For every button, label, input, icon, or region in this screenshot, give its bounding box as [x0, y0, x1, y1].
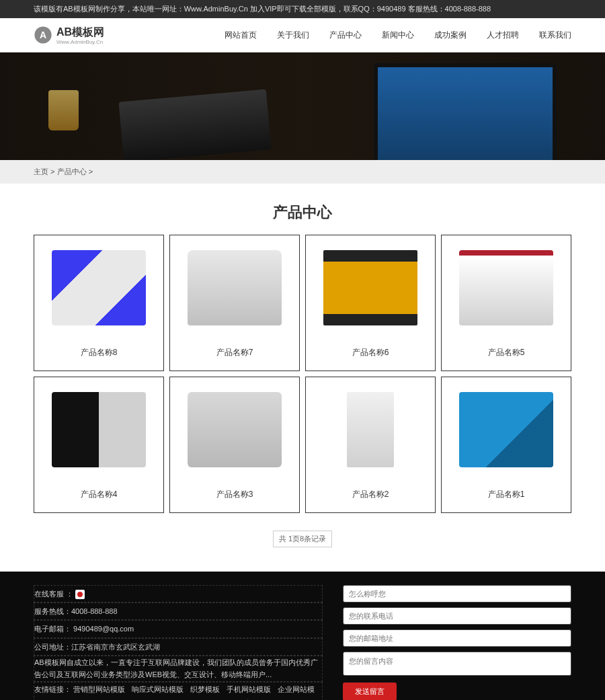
nav-item-news[interactable]: 新闻中心 [382, 30, 414, 41]
product-image [311, 383, 430, 477]
online-service-label: 在线客服 ： [34, 590, 73, 598]
product-card[interactable]: 产品名称2 [305, 377, 436, 513]
form-name-input[interactable] [343, 585, 571, 602]
form-email-input[interactable] [343, 629, 571, 647]
logo-icon: A [34, 26, 52, 44]
hero-banner [0, 52, 605, 160]
product-card[interactable]: 产品名称5 [441, 235, 571, 371]
contact-form: 发送留言 [343, 585, 571, 700]
service-icon[interactable] [75, 590, 85, 599]
breadcrumb: 主页 > 产品中心 > [34, 160, 571, 184]
form-submit-button[interactable]: 发送留言 [343, 683, 397, 700]
footer-address: 公司地址：江苏省南京市玄武区玄武湖 [34, 638, 323, 656]
top-announcement-bar: 该模版有AB模板网制作分享，本站唯一网址：Www.AdminBuy.Cn 加入V… [0, 0, 605, 18]
friend-link[interactable]: 织梦模板 [190, 685, 220, 693]
product-card[interactable]: 产品名称4 [34, 377, 164, 513]
product-image [40, 383, 158, 477]
main-nav: 网站首页 关于我们 产品中心 新闻中心 成功案例 人才招聘 联系我们 [225, 30, 571, 41]
breadcrumb-bar: 主页 > 产品中心 > [0, 160, 605, 184]
product-card[interactable]: 产品名称1 [441, 377, 571, 513]
svg-text:A: A [40, 30, 46, 40]
nav-item-home[interactable]: 网站首页 [225, 30, 257, 41]
site-logo[interactable]: A AB模板网 Www.AdminBuy.Cn [34, 26, 104, 45]
product-name: 产品名称5 [447, 335, 565, 365]
product-image [447, 241, 565, 335]
footer-hotline: 服务热线：4008-888-888 [34, 602, 323, 620]
product-image [175, 241, 294, 335]
pagination: 共 1页8条记录 [0, 513, 605, 565]
product-name: 产品名称6 [311, 335, 430, 365]
product-image [175, 383, 294, 477]
nav-item-about[interactable]: 关于我们 [277, 30, 309, 41]
product-name: 产品名称4 [40, 477, 158, 507]
breadcrumb-current[interactable]: 产品中心 [57, 167, 87, 176]
product-name: 产品名称3 [175, 477, 294, 507]
friend-link[interactable]: 营销型网站模版 [73, 685, 125, 693]
product-name: 产品名称1 [447, 477, 565, 507]
product-card[interactable]: 产品名称6 [305, 235, 436, 371]
product-name: 产品名称2 [311, 477, 430, 507]
product-grid: 产品名称8产品名称7产品名称6产品名称5产品名称4产品名称3产品名称2产品名称1 [34, 235, 571, 513]
logo-text: AB模板网 [56, 26, 104, 38]
product-name: 产品名称7 [175, 335, 294, 365]
top-announcement-text: 该模版有AB模板网制作分享，本站唯一网址：Www.AdminBuy.Cn 加入V… [34, 4, 571, 14]
product-image [447, 383, 565, 477]
form-message-input[interactable] [343, 652, 571, 676]
logo-subtext: Www.AdminBuy.Cn [56, 40, 104, 45]
friend-link[interactable]: 响应式网站模版 [132, 685, 184, 693]
site-header: A AB模板网 Www.AdminBuy.Cn 网站首页 关于我们 产品中心 新… [0, 18, 605, 52]
product-image [311, 241, 430, 335]
product-card[interactable]: 产品名称3 [169, 377, 300, 513]
product-name: 产品名称8 [40, 335, 158, 365]
nav-item-jobs[interactable]: 人才招聘 [487, 30, 519, 41]
page-title: 产品中心 [0, 184, 605, 235]
footer-description: AB模板网自成立以来，一直专注于互联网品牌建设，我们团队的成员曾务于国内优秀广告… [34, 656, 323, 682]
nav-item-contact[interactable]: 联系我们 [539, 30, 571, 41]
nav-item-products[interactable]: 产品中心 [329, 30, 362, 41]
product-card[interactable]: 产品名称8 [34, 235, 164, 371]
friend-link[interactable]: 手机网站模版 [227, 685, 271, 693]
site-footer: 在线客服 ： 服务热线：4008-888-888 电子邮箱： 9490489@q… [0, 572, 605, 700]
nav-item-cases[interactable]: 成功案例 [434, 30, 467, 41]
breadcrumb-home[interactable]: 主页 [34, 167, 48, 176]
product-card[interactable]: 产品名称7 [169, 235, 300, 371]
footer-email: 电子邮箱： 9490489@qq.com [34, 620, 323, 637]
footer-info: 在线客服 ： 服务热线：4008-888-888 电子邮箱： 9490489@q… [34, 585, 323, 700]
footer-friend-links: 友情链接： 营销型网站模版响应式网站模版织梦模板手机网站模版企业网站模版disc… [34, 682, 323, 700]
form-phone-input[interactable] [343, 607, 571, 625]
pagination-info: 共 1页8条记录 [273, 531, 332, 547]
product-image [40, 241, 158, 335]
